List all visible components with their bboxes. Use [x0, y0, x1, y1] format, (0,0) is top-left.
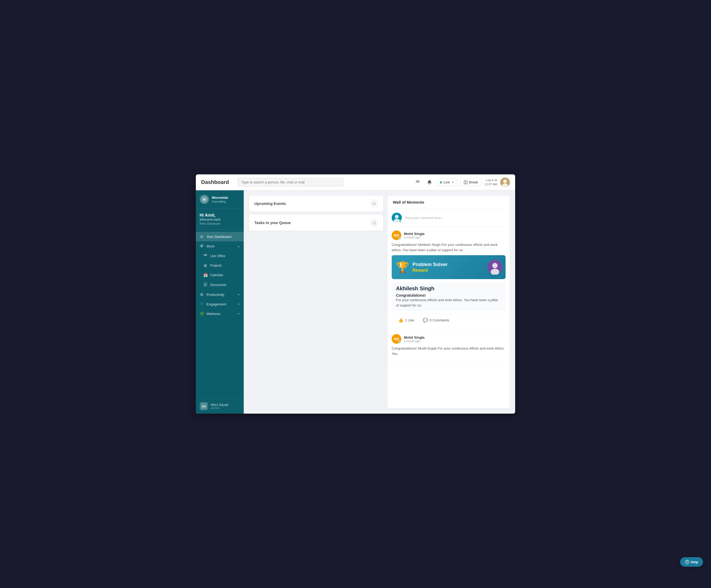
like-icon-1: 👍 — [398, 318, 403, 323]
svg-point-4 — [503, 179, 507, 183]
sidebar-item-your-dashboard[interactable]: ⊙ Your Dashboard — [196, 232, 244, 241]
winner-name-1: Akhilesh Singh — [396, 286, 501, 292]
live-indicator — [440, 181, 442, 183]
sidebar-item-live-office[interactable]: Live Office — [196, 251, 244, 261]
worxsquad-logo: WS — [199, 402, 208, 410]
moment-time-1: a month ago — [404, 236, 425, 239]
moment-actions-1: 👍 1 Like 💬 0 Comments — [392, 314, 505, 326]
projects-label: Projects — [210, 264, 222, 267]
greeting-welcome: Welcome back — [199, 218, 240, 221]
engagement-icon: ♡ — [199, 302, 204, 306]
worxsquad-version: v0.24.5 — [211, 407, 228, 410]
productivity-icon: ⚙ — [199, 292, 204, 297]
upcoming-events-title: Upcoming Events — [254, 202, 286, 206]
brand-logo: W — [199, 195, 209, 204]
search-input[interactable] — [237, 178, 344, 187]
tasks-queue-title: Tasks in your Queue — [254, 221, 291, 225]
documents-label: Documents — [210, 283, 227, 287]
moment-post-2: MS Mohit Singla a month ago Congratulati… — [387, 331, 510, 363]
top-header: Dashboard Live ▼ Break Log in at 11:07 — [196, 174, 515, 190]
sidebar-item-label: Your Dashboard — [207, 235, 231, 239]
help-label: Help — [691, 560, 698, 564]
sidebar-item-engagement[interactable]: ♡ Engagement ▼ — [196, 299, 244, 309]
moment-author-info-2: Mohit Singla a month ago — [404, 336, 425, 343]
svg-text:W: W — [203, 198, 206, 202]
comment-count-1: 0 Comments — [430, 318, 449, 322]
bell-icon[interactable] — [425, 178, 434, 187]
upcoming-events-toggle-icon[interactable] — [370, 200, 378, 207]
work-label: Work — [207, 244, 214, 248]
dashboard-icon: ⊙ — [199, 234, 204, 239]
comment-button-1[interactable]: 💬 0 Comments — [421, 317, 452, 324]
break-button[interactable]: Break — [460, 178, 482, 186]
moment-post-1: MS Mohit Singla a month ago Congratulati… — [387, 227, 510, 331]
help-button[interactable]: ? Help — [680, 557, 703, 567]
comment-icon-1: 💬 — [423, 318, 428, 323]
live-chevron-icon: ▼ — [452, 181, 454, 184]
moment-author-avatar-2: MS — [392, 334, 401, 344]
wall-of-moments-header: Wall of Moments — [387, 196, 510, 209]
moment-author-row-2: MS Mohit Singla a month ago — [392, 334, 505, 344]
svg-point-13 — [205, 255, 206, 256]
sidebar-item-calendar[interactable]: 📅 Calendar — [196, 270, 244, 280]
sidebar-item-work[interactable]: Work ▲ — [196, 241, 244, 251]
brand-name: Worxwide — [212, 196, 228, 200]
content-area: Upcoming Events Tasks in your Queue Wall… — [244, 190, 515, 414]
work-chevron-icon: ▲ — [237, 245, 240, 248]
greeting-name: Hi Amit, — [199, 213, 240, 218]
moment-author-name-2: Mohit Singla — [404, 336, 425, 339]
left-panel: Upcoming Events Tasks in your Queue — [249, 196, 383, 408]
sidebar-item-projects[interactable]: ⊞ Projects — [196, 261, 244, 270]
sidebar-item-documents[interactable]: Documents — [196, 280, 244, 290]
tasks-queue-card[interactable]: Tasks in your Queue — [249, 215, 383, 231]
svg-point-25 — [395, 215, 398, 219]
moment-text-2: Congratulations! Mudit Gupta For your co… — [392, 346, 505, 356]
winner-congrats-1: Congratulations! — [396, 293, 501, 297]
post-avatar — [392, 213, 402, 223]
wall-of-moments-panel: Wall of Moments Post your moment here... — [387, 196, 510, 408]
sidebar-nav: ⊙ Your Dashboard Work ▲ Live Office — [196, 230, 244, 399]
sidebar-item-productivity[interactable]: ⚙ Productivity ▼ — [196, 290, 244, 299]
reward-text: Problem Solver Reward — [412, 262, 448, 272]
login-label: Log in at — [485, 178, 497, 182]
worxsquad-name: Worx.Squad — [211, 403, 228, 407]
sidebar: W Worxwide Consulting Hi Amit, Welcome b… — [196, 190, 244, 414]
tasks-queue-toggle-icon[interactable] — [370, 219, 378, 226]
svg-text:?: ? — [686, 560, 688, 564]
engagement-chevron-icon: ▼ — [237, 303, 240, 306]
radio-icon[interactable] — [413, 178, 422, 187]
winner-message-1: For your continuous efforts and work eth… — [396, 297, 501, 308]
documents-icon — [203, 282, 208, 287]
worxsquad-info: Worx.Squad v0.24.5 — [211, 403, 228, 410]
greeting-role: Role: Employee — [199, 222, 240, 225]
svg-point-30 — [492, 263, 498, 268]
reward-title: Problem Solver — [412, 262, 448, 268]
moment-author-avatar-1: MS — [392, 230, 401, 240]
moment-author-info-1: Mohit Singla a month ago — [404, 232, 425, 239]
like-count-1: 1 Like — [405, 318, 414, 322]
reward-card-1: 🏆 Problem Solver Reward — [392, 255, 505, 279]
live-office-label: Live Office — [210, 254, 225, 258]
engagement-label: Engagement — [207, 302, 226, 306]
svg-point-8 — [201, 245, 202, 247]
upcoming-events-card[interactable]: Upcoming Events — [249, 196, 383, 211]
main-layout: W Worxwide Consulting Hi Amit, Welcome b… — [196, 190, 515, 414]
brand-sub: Consulting — [212, 200, 228, 203]
wellness-icon: 🌿 — [199, 312, 204, 316]
live-status-badge[interactable]: Live ▼ — [437, 178, 457, 186]
sidebar-greeting: Hi Amit, Welcome back Role: Employee — [196, 209, 244, 230]
wellness-label: Wellness — [207, 312, 221, 316]
user-avatar-header[interactable] — [500, 178, 510, 187]
post-moment-placeholder[interactable]: Post your moment here... — [405, 216, 505, 220]
like-button-1[interactable]: 👍 1 Like — [396, 317, 416, 324]
svg-text:MS: MS — [394, 337, 399, 341]
post-input-area[interactable]: Post your moment here... — [387, 209, 510, 227]
sidebar-item-wellness[interactable]: 🌿 Wellness ▼ — [196, 309, 244, 318]
header-actions: Live ▼ Break Log in at 11:07 AM — [413, 178, 510, 187]
author-online-dot-1 — [398, 238, 401, 240]
sidebar-brand: W Worxwide Consulting — [196, 190, 244, 209]
moment-time-2: a month ago — [404, 339, 425, 343]
moment-author-row-1: MS Mohit Singla a month ago — [392, 230, 505, 240]
svg-text:MS: MS — [394, 233, 399, 238]
moment-text-1: Congratulations! Akhilesh Singh For your… — [392, 242, 505, 252]
